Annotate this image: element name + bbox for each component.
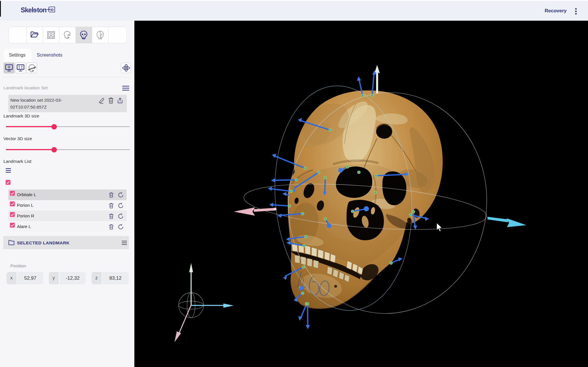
svg-text:ID: ID bbox=[51, 8, 54, 11]
